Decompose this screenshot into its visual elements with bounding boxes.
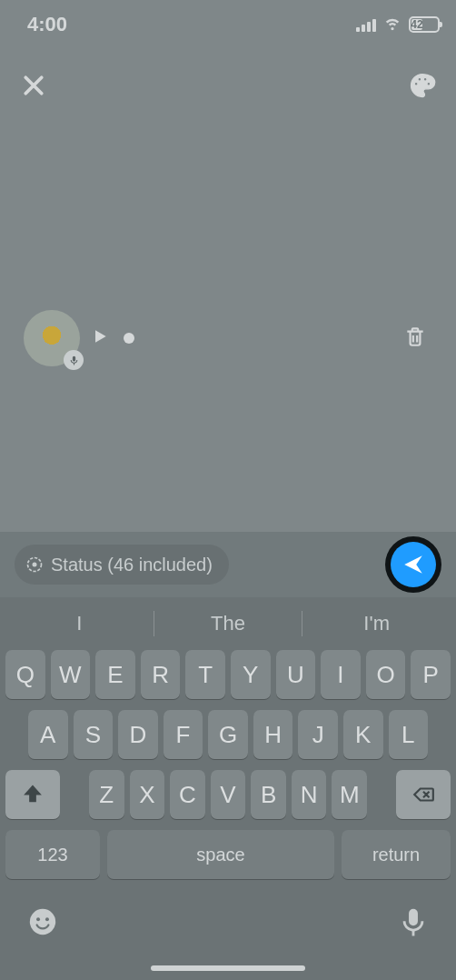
suggestion-3[interactable]: I'm [302,612,451,635]
key-x[interactable]: X [130,770,165,819]
emoji-button[interactable] [27,906,58,941]
key-row-1: Q W E R T Y U I O P [5,650,451,699]
voice-note-preview [24,305,432,371]
key-u[interactable]: U [276,650,316,699]
key-row-4: 123 space return [5,830,451,879]
key-s[interactable]: S [74,710,114,759]
key-t[interactable]: T [185,650,225,699]
avatar [24,310,80,366]
suggestion-bar: I The I'm [5,597,451,650]
key-i[interactable]: I [321,650,361,699]
key-n[interactable]: N [292,770,327,819]
key-o[interactable]: O [366,650,406,699]
key-numbers[interactable]: 123 [5,830,100,879]
keyboard-bottom-bar [5,892,451,955]
key-b[interactable]: B [251,770,286,819]
svg-point-2 [30,909,55,935]
key-shift[interactable] [5,770,60,819]
key-z[interactable]: Z [89,770,124,819]
clock: 4:00 [27,13,67,36]
svg-point-1 [33,563,37,567]
key-j[interactable]: J [298,710,338,759]
color-palette-button[interactable] [409,72,436,103]
battery-icon: 42 [409,16,440,33]
key-d[interactable]: D [118,710,158,759]
send-button[interactable] [385,536,441,593]
key-e[interactable]: E [95,650,135,699]
key-k[interactable]: K [343,710,383,759]
key-p[interactable]: P [411,650,451,699]
svg-point-4 [45,917,49,921]
key-q[interactable]: Q [5,650,45,699]
dictation-button[interactable] [398,906,429,941]
key-row-3: Z X C V B N M [5,770,451,819]
playback-track[interactable] [145,337,392,339]
key-backspace[interactable] [396,770,451,819]
svg-point-3 [36,917,40,921]
key-r[interactable]: R [141,650,181,699]
key-space[interactable]: space [107,830,334,879]
suggestion-1[interactable]: I [5,612,154,635]
key-l[interactable]: L [389,710,429,759]
home-indicator[interactable] [151,965,305,971]
key-h[interactable]: H [253,710,293,759]
voice-status-compose-screen: 4:00 42 [0,0,456,980]
key-row-2: A S D F G H J K L [5,710,451,759]
key-g[interactable]: G [208,710,248,759]
compose-top-bar [0,65,456,109]
suggestion-2[interactable]: The [154,612,302,635]
key-m[interactable]: M [332,770,367,819]
key-c[interactable]: C [170,770,205,819]
cellular-signal-icon [356,17,376,32]
wifi-icon [382,12,402,37]
key-v[interactable]: V [211,770,246,819]
status-bar: 4:00 42 [0,0,456,49]
key-y[interactable]: Y [231,650,271,699]
recipient-bar: Status (46 included) [0,532,456,597]
status-ring-icon [25,555,44,574]
delete-button[interactable] [403,325,432,352]
battery-fill: 42 [411,19,422,30]
playback-progress-dot[interactable] [124,333,134,344]
key-return[interactable]: return [342,830,451,879]
key-a[interactable]: A [28,710,68,759]
keyboard: I The I'm Q W E R T Y U I O P A S D F G … [0,597,456,980]
key-f[interactable]: F [164,710,203,759]
mic-badge-icon [64,350,84,370]
status-recipient-chip[interactable]: Status (46 included) [15,545,229,585]
status-right: 42 [356,12,440,37]
send-icon [401,553,425,576]
close-button[interactable] [20,72,47,103]
key-w[interactable]: W [51,650,91,699]
recipient-label: Status (46 included) [51,555,213,575]
play-button[interactable] [91,327,109,349]
battery-pct: 42 [411,18,422,31]
